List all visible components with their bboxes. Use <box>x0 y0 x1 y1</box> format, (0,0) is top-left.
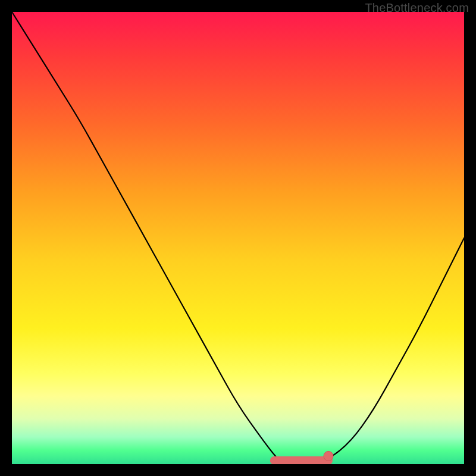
marker-dot <box>324 451 333 461</box>
bottleneck-curve <box>12 12 464 464</box>
chart-svg <box>12 12 464 464</box>
plot-area <box>12 12 464 464</box>
chart-frame: TheBottleneck.com <box>0 0 476 476</box>
